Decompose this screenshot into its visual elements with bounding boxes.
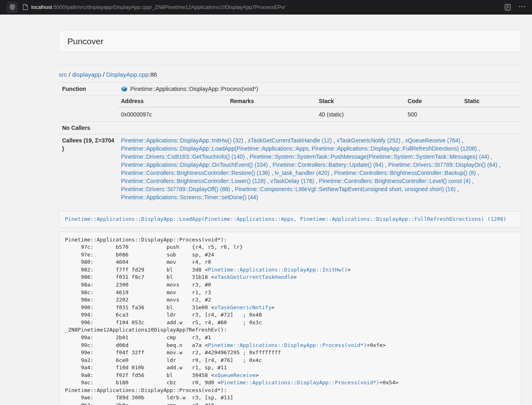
stats-column-header: Stack — [316, 95, 405, 107]
callee-link[interactable]: Pinetime::Applications::DisplayApp::Load… — [121, 145, 477, 152]
function-icon — [121, 86, 127, 92]
highlighted-symbol-box: Pinetime::Applications::DisplayApp::Load… — [59, 211, 521, 228]
stats-value: 500 — [404, 107, 461, 121]
callee-link[interactable]: Pinetime::Controllers::BrightnessControl… — [121, 170, 270, 176]
function-detail-table: Function Pinetime::Applications::Display… — [59, 82, 521, 203]
stats-value — [461, 107, 521, 121]
asm-symbol-link[interactable]: xQueueReceive — [214, 372, 256, 378]
reader-mode-icon[interactable] — [504, 4, 511, 11]
callee-link[interactable]: xTaskGenericNotify (252) — [336, 137, 400, 144]
stats-value: 0x0000097c — [118, 107, 227, 121]
asm-symbol-link[interactable]: Pinetime::Applications::DisplayApp::Init… — [208, 267, 347, 273]
url-host: localhost — [31, 4, 52, 10]
stats-column-header: Static — [461, 95, 521, 107]
stats-column-header: Remarks — [227, 95, 316, 107]
asm-symbol-link[interactable]: xTaskGetCurrentTaskHandle — [214, 274, 294, 280]
breadcrumb-link[interactable]: displayapp — [72, 71, 101, 78]
callee-link[interactable]: Pinetime::Controllers::Battery::Update()… — [273, 162, 383, 168]
stats-value-row: 0x0000097c40 (static)500 — [118, 107, 521, 121]
page-icon — [23, 4, 28, 10]
stats-column-header: Code — [404, 95, 461, 107]
app-header: Puncover — [59, 30, 521, 52]
no-callers-label: No Callers — [59, 122, 118, 134]
callee-link[interactable]: Pinetime::Controllers::BrightnessControl… — [334, 170, 476, 176]
stats-header-row: AddressRemarksStackCodeStatic — [118, 95, 521, 107]
callee-link[interactable]: Pinetime::Drivers::St7789::DisplayOff() … — [121, 186, 230, 192]
callee-link[interactable]: Pinetime::Controllers::BrightnessControl… — [121, 178, 265, 184]
address-bar[interactable]: localhost:5000/path/src/displayapp/Displ… — [23, 4, 504, 10]
shield-icon[interactable] — [6, 2, 18, 13]
callee-link[interactable]: Pinetime::Applications::DisplayApp::OnTo… — [121, 162, 268, 168]
highlighted-symbol-link[interactable]: Pinetime::Applications::DisplayApp::Load… — [65, 216, 506, 222]
stats-value: 40 (static) — [316, 107, 405, 121]
callee-link[interactable]: Pinetime::System::SystemTask::PushMessag… — [250, 153, 489, 160]
browser-toolbar: localhost:5000/path/src/displayapp/Displ… — [0, 0, 532, 15]
asm-symbol-link[interactable]: xTaskGenericNotify — [214, 304, 271, 310]
callee-link[interactable]: lv_task_handler (420) — [275, 170, 330, 176]
page-title: Puncover — [67, 37, 513, 46]
url-path: :5000/path/src/displayapp/DisplayApp.cpp… — [52, 4, 285, 10]
function-row: Function Pinetime::Applications::Display… — [59, 83, 521, 95]
function-label: Function — [59, 83, 118, 95]
callees-label: Callees (19, Σ=3704 ) — [59, 134, 118, 204]
asm-symbol-link[interactable]: Pinetime::Applications::DisplayApp::Proc… — [221, 379, 379, 386]
divider — [59, 65, 521, 65]
stats-value — [227, 107, 316, 121]
callee-link[interactable]: xQueueReceive (764) — [405, 137, 460, 144]
callee-link[interactable]: Pinetime::Applications::Screens::Timer::… — [121, 194, 258, 200]
breadcrumb-link[interactable]: src — [59, 71, 67, 78]
callee-link[interactable]: xTaskGetCurrentTaskHandle (12) — [248, 137, 332, 144]
callees-list: Pinetime::Applications::DisplayApp::Init… — [118, 134, 521, 204]
callee-link[interactable]: Pinetime::Applications::DisplayApp::Init… — [121, 137, 243, 144]
content-container: Puncover src / displayapp / DisplayApp.c… — [59, 15, 521, 405]
disassembly-listing: Pinetime::Applications::DisplayApp::Proc… — [59, 232, 521, 405]
overflow-menu-icon[interactable]: ⋯ — [518, 2, 526, 12]
callee-link[interactable]: Pinetime::Drivers::St7789::DisplayOn() (… — [388, 162, 497, 168]
asm-symbol-link[interactable]: Pinetime::Applications::DisplayApp::Proc… — [208, 342, 366, 348]
breadcrumb-link[interactable]: DisplayApp.cpp — [106, 71, 149, 78]
function-name: Pinetime::Applications::DisplayApp::Proc… — [130, 85, 258, 93]
callees-row: Callees (19, Σ=3704 ) Pinetime::Applicat… — [59, 134, 521, 204]
callee-link[interactable]: Pinetime::Drivers::Cst816S::GetTouchInfo… — [121, 153, 245, 160]
url-text: localhost:5000/path/src/displayapp/Displ… — [31, 4, 285, 10]
callee-link[interactable]: Pinetime::Controllers::BrightnessControl… — [319, 178, 470, 184]
callee-link[interactable]: vTaskDelay (176) — [270, 178, 314, 184]
breadcrumb: src / displayapp / DisplayApp.cpp:86 — [59, 71, 521, 79]
stats-column-header: Address — [118, 95, 227, 107]
stats-row: AddressRemarksStackCodeStatic 0x0000097c… — [59, 95, 521, 122]
callee-link[interactable]: Pinetime::Components::LittleVgl::SetNewT… — [235, 186, 456, 192]
callers-row: No Callers — [59, 122, 521, 134]
stats-table: AddressRemarksStackCodeStatic 0x0000097c… — [118, 95, 521, 121]
